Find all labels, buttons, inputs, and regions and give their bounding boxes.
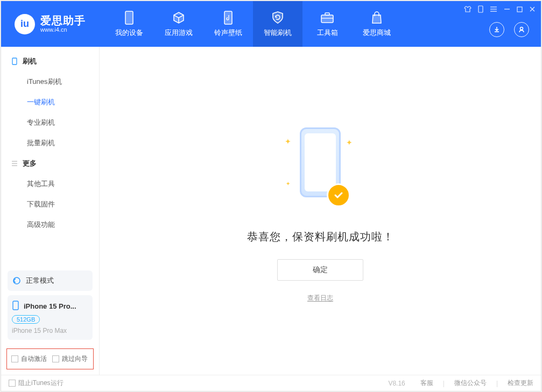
sidebar-item-other-tools[interactable]: 其他工具 — [1, 174, 99, 194]
svg-rect-19 — [13, 301, 18, 310]
nav-tab-ringtone[interactable]: 铃声壁纸 — [203, 1, 253, 47]
sidebar-group-flash: 刷机 — [1, 51, 99, 72]
device-storage-badge: 512GB — [12, 315, 40, 324]
footer: 阻止iTunes运行 V8.16 客服 | 微信公众号 | 检查更新 — [1, 375, 541, 391]
sidebar-item-batch-flash[interactable]: 批量刷机 — [1, 133, 99, 153]
success-message: 恭喜您，保资料刷机成功啦！ — [247, 230, 394, 244]
svg-point-13 — [520, 27, 523, 30]
checkbox-auto-activate[interactable]: 自动激活 — [11, 354, 47, 364]
svg-rect-1 — [224, 11, 232, 24]
checkbox-icon — [52, 355, 59, 362]
checkbox-block-itunes[interactable]: 阻止iTunes运行 — [9, 379, 64, 388]
refresh-shield-icon — [271, 11, 285, 25]
checkbox-skip-guide[interactable]: 跳过向导 — [52, 354, 88, 364]
mobile-icon[interactable] — [478, 5, 483, 15]
sidebar-item-oneclick-flash[interactable]: 一键刷机 — [1, 92, 99, 112]
device-phone-icon — [12, 301, 19, 312]
sparkle-icon: ✦ — [346, 138, 353, 147]
app-title: 爱思助手 — [40, 15, 86, 26]
svg-rect-14 — [12, 58, 17, 65]
toolbox-icon — [320, 11, 334, 25]
menu-icon[interactable] — [490, 6, 497, 14]
cube-icon — [172, 11, 186, 25]
app-header: iu 爱思助手 www.i4.cn 我的设备 应用游戏 — [1, 1, 541, 47]
svg-rect-5 — [478, 6, 483, 12]
group-label: 更多 — [23, 159, 37, 168]
sidebar-item-itunes-flash[interactable]: iTunes刷机 — [1, 72, 99, 92]
nav-label: 智能刷机 — [264, 28, 292, 38]
nav-tab-store[interactable]: 爱思商城 — [352, 1, 402, 47]
logo-icon: iu — [15, 14, 35, 34]
wechat-link[interactable]: 微信公众号 — [454, 379, 487, 388]
checkbox-label: 阻止iTunes运行 — [18, 379, 64, 388]
svg-rect-3 — [325, 13, 329, 15]
checkbox-icon — [11, 355, 18, 362]
device-mode-status[interactable]: 正常模式 — [8, 270, 93, 291]
svg-rect-10 — [517, 7, 522, 12]
nav-label: 爱思商城 — [363, 28, 391, 38]
logo: iu 爱思助手 www.i4.cn — [1, 1, 99, 47]
group-label: 刷机 — [23, 56, 37, 66]
success-illustration: ✦ ✦ ✦ — [266, 127, 374, 208]
maximize-icon[interactable] — [517, 6, 523, 14]
device-model: iPhone 15 Pro Max — [12, 327, 88, 334]
device-name: iPhone 15 Pro... — [24, 302, 76, 310]
svg-rect-2 — [321, 15, 333, 23]
close-icon[interactable] — [529, 6, 536, 14]
nav-label: 应用游戏 — [165, 28, 193, 38]
status-text: 正常模式 — [26, 276, 54, 286]
app-subtitle: www.i4.cn — [40, 26, 86, 33]
sparkle-icon: ✦ — [285, 137, 291, 146]
more-group-icon — [11, 160, 18, 167]
check-update-link[interactable]: 检查更新 — [508, 379, 533, 388]
view-log-link[interactable]: 查看日志 — [307, 294, 333, 303]
ok-button[interactable]: 确定 — [277, 259, 363, 281]
sidebar-item-advanced[interactable]: 高级功能 — [1, 215, 99, 235]
nav-label: 我的设备 — [115, 28, 143, 38]
checkbox-label: 跳过向导 — [62, 354, 88, 364]
main-content: ✦ ✦ ✦ 恭喜您，保资料刷机成功啦！ 确定 查看日志 — [100, 47, 541, 375]
skin-icon[interactable] — [464, 5, 471, 15]
nav-tab-device[interactable]: 我的设备 — [104, 1, 154, 47]
nav-tab-flash[interactable]: 智能刷机 — [253, 1, 302, 47]
nav-label: 铃声壁纸 — [214, 28, 242, 38]
sidebar-item-download-firmware[interactable]: 下载固件 — [1, 194, 99, 215]
phone-icon — [122, 11, 136, 25]
check-badge-icon — [327, 183, 350, 207]
nav-tab-apps[interactable]: 应用游戏 — [154, 1, 203, 47]
status-icon — [12, 276, 22, 286]
sparkle-icon: ✦ — [286, 181, 290, 187]
flash-group-icon — [11, 58, 18, 65]
checkbox-icon — [9, 380, 16, 387]
header-actions — [489, 22, 529, 37]
minimize-icon[interactable] — [504, 6, 510, 14]
download-button[interactable] — [489, 22, 504, 37]
version-text: V8.16 — [388, 380, 405, 387]
nav-tabs: 我的设备 应用游戏 铃声壁纸 智能刷机 — [104, 1, 402, 47]
window-controls — [464, 5, 536, 15]
sidebar-group-more: 更多 — [1, 153, 99, 174]
device-card[interactable]: iPhone 15 Pro... 512GB iPhone 15 Pro Max — [8, 295, 93, 340]
svg-rect-0 — [125, 11, 133, 24]
sidebar-item-pro-flash[interactable]: 专业刷机 — [1, 112, 99, 133]
nav-tab-toolbox[interactable]: 工具箱 — [302, 1, 352, 47]
user-button[interactable] — [514, 22, 529, 37]
nav-label: 工具箱 — [317, 28, 338, 38]
options-box: 自动激活 跳过向导 — [6, 348, 94, 369]
checkbox-label: 自动激活 — [21, 354, 47, 364]
bag-icon — [370, 11, 384, 25]
support-link[interactable]: 客服 — [420, 379, 433, 388]
music-icon — [221, 11, 235, 25]
sidebar: 刷机 iTunes刷机 一键刷机 专业刷机 批量刷机 更多 其他工具 下载固件 … — [1, 47, 100, 375]
